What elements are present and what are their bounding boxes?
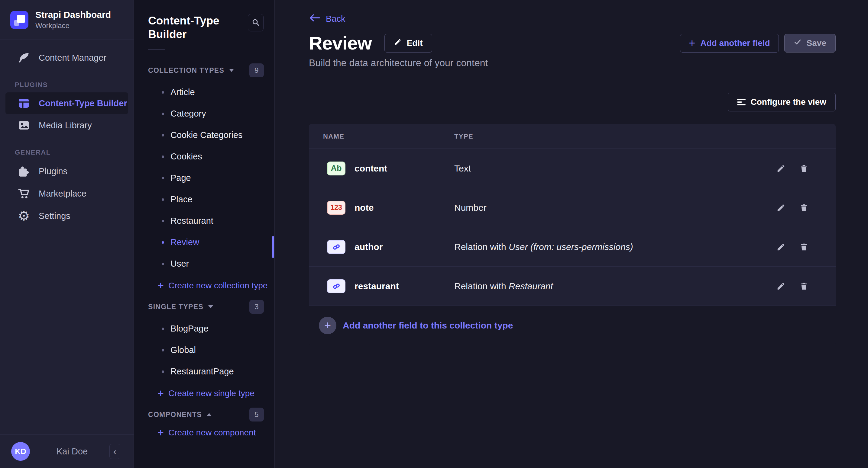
components-header[interactable]: COMPONENTS 5 xyxy=(134,408,274,422)
collection-type-restaurant[interactable]: Restaurant xyxy=(134,210,274,232)
divider xyxy=(148,49,165,50)
group-label: SINGLE TYPES xyxy=(148,303,204,311)
add-field-to-collection-row[interactable]: + Add another field to this collection t… xyxy=(309,306,836,345)
subnav-scrollbar-thumb[interactable] xyxy=(272,236,274,258)
group-label: COMPONENTS xyxy=(148,411,202,419)
collection-type-page[interactable]: Page xyxy=(134,167,274,189)
delete-field-button[interactable] xyxy=(799,203,809,213)
single-type-blogpage[interactable]: BlogPage xyxy=(134,318,274,339)
field-type: Relation with User (from: users-permissi… xyxy=(454,242,633,252)
app-subtitle: Workplace xyxy=(35,22,111,30)
field-name: content xyxy=(354,163,454,174)
configure-view-button[interactable]: Configure the view xyxy=(728,93,836,111)
collection-type-user[interactable]: User xyxy=(134,253,274,274)
chevron-down-icon xyxy=(208,305,213,308)
create-collection-type-link[interactable]: + Create new collection type xyxy=(134,274,274,297)
collapse-sidebar-button[interactable]: ‹ xyxy=(110,444,120,459)
brand: Strapi Dashboard Workplace xyxy=(0,0,133,40)
table-header: NAME TYPE xyxy=(309,124,836,149)
group-label: COLLECTION TYPES xyxy=(148,66,224,75)
strapi-logo-icon xyxy=(10,11,28,29)
fields-table-card: NAME TYPE Ab content Text 123 note Numbe… xyxy=(309,124,836,345)
plus-icon: + xyxy=(689,38,695,48)
delete-field-button[interactable] xyxy=(799,242,809,252)
filter-lines-icon xyxy=(737,99,746,105)
chevron-down-icon xyxy=(229,69,234,72)
collection-types-list: Article Category Cookie Categories Cooki… xyxy=(134,81,274,274)
sidebar-item-settings[interactable]: ⚙ Settings xyxy=(0,205,133,227)
plus-icon: + xyxy=(157,388,164,399)
sidebar-item-label: Media Library xyxy=(39,121,92,130)
section-label-plugins: PLUGINS xyxy=(15,81,133,89)
create-component-link[interactable]: + Create new component xyxy=(134,422,274,444)
app-root: Strapi Dashboard Workplace Content Manag… xyxy=(0,0,868,468)
avatar[interactable]: KD xyxy=(11,442,30,461)
sidebar-item-content-type-builder[interactable]: Content-Type Builder xyxy=(5,92,128,114)
table-row: author Relation with User (from: users-p… xyxy=(309,227,836,267)
column-header-name: NAME xyxy=(323,133,454,140)
cart-icon xyxy=(17,187,31,200)
app-title: Strapi Dashboard xyxy=(35,10,111,20)
main-sidebar: Strapi Dashboard Workplace Content Manag… xyxy=(0,0,134,468)
plus-circle-icon: + xyxy=(319,317,336,334)
chevron-up-icon xyxy=(207,413,212,416)
collection-types-header[interactable]: COLLECTION TYPES 9 xyxy=(134,63,274,77)
delete-field-button[interactable] xyxy=(799,163,809,174)
single-type-global[interactable]: Global xyxy=(134,339,274,361)
back-link[interactable]: Back xyxy=(309,13,345,25)
edit-button[interactable]: Edit xyxy=(384,34,432,53)
collection-type-cookie-categories[interactable]: Cookie Categories xyxy=(134,124,274,146)
search-button[interactable] xyxy=(248,14,264,31)
collection-type-category[interactable]: Category xyxy=(134,103,274,124)
count-badge: 5 xyxy=(249,408,264,422)
section-label-general: GENERAL xyxy=(15,148,133,157)
collection-type-place[interactable]: Place xyxy=(134,189,274,210)
create-single-type-link[interactable]: + Create new single type xyxy=(134,382,274,405)
edit-field-button[interactable] xyxy=(776,281,786,291)
sidebar-nav: Content Manager PLUGINS Content-Type Bui… xyxy=(0,40,133,227)
add-field-to-collection-label: Add another field to this collection typ… xyxy=(343,320,513,331)
feather-icon xyxy=(17,51,31,64)
pencil-icon xyxy=(394,38,402,48)
delete-field-button[interactable] xyxy=(799,281,809,291)
back-arrow-icon xyxy=(309,13,320,25)
field-name: note xyxy=(354,203,454,213)
single-type-restaurantpage[interactable]: RestaurantPage xyxy=(134,361,274,382)
brand-text: Strapi Dashboard Workplace xyxy=(35,10,111,30)
content-type-builder-subnav: Content-Type Builder COLLECTION TYPES 9 … xyxy=(134,0,275,468)
count-badge: 3 xyxy=(249,300,264,314)
relation-field-icon xyxy=(327,279,345,293)
edit-field-button[interactable] xyxy=(776,163,786,174)
gear-icon: ⚙ xyxy=(17,209,31,223)
field-name: restaurant xyxy=(354,281,454,291)
title-row: Review Edit + Add another field Save xyxy=(309,32,836,54)
text-field-icon: Ab xyxy=(327,162,345,175)
check-icon xyxy=(794,38,802,48)
back-label: Back xyxy=(326,14,345,24)
add-another-field-button[interactable]: + Add another field xyxy=(680,34,779,53)
page-title: Review xyxy=(309,32,372,54)
puzzle-icon xyxy=(17,165,31,178)
sidebar-item-media-library[interactable]: Media Library xyxy=(0,114,133,136)
edit-field-button[interactable] xyxy=(776,203,786,213)
sidebar-item-label: Marketplace xyxy=(39,189,87,199)
relation-field-icon xyxy=(327,240,345,254)
picture-icon xyxy=(17,119,31,132)
collection-type-article[interactable]: Article xyxy=(134,81,274,103)
count-badge: 9 xyxy=(249,63,264,77)
layout-icon xyxy=(17,97,31,110)
subnav-header: Content-Type Builder xyxy=(134,14,274,41)
user-name: Kai Doe xyxy=(57,446,88,457)
single-types-header[interactable]: SINGLE TYPES 3 xyxy=(134,300,274,314)
single-types-list: BlogPage Global RestaurantPage xyxy=(134,318,274,382)
sidebar-item-plugins[interactable]: Plugins xyxy=(0,160,133,182)
edit-field-button[interactable] xyxy=(776,242,786,252)
save-button[interactable]: Save xyxy=(784,34,836,53)
sidebar-item-marketplace[interactable]: Marketplace xyxy=(0,182,133,205)
sidebar-item-content-manager[interactable]: Content Manager xyxy=(0,46,133,69)
sidebar-footer: KD Kai Doe ‹ xyxy=(0,434,133,468)
collection-type-cookies[interactable]: Cookies xyxy=(134,146,274,167)
table-row: restaurant Relation with Restaurant xyxy=(309,267,836,306)
sidebar-item-label: Content-Type Builder xyxy=(39,98,127,108)
collection-type-review[interactable]: Review xyxy=(134,232,274,253)
